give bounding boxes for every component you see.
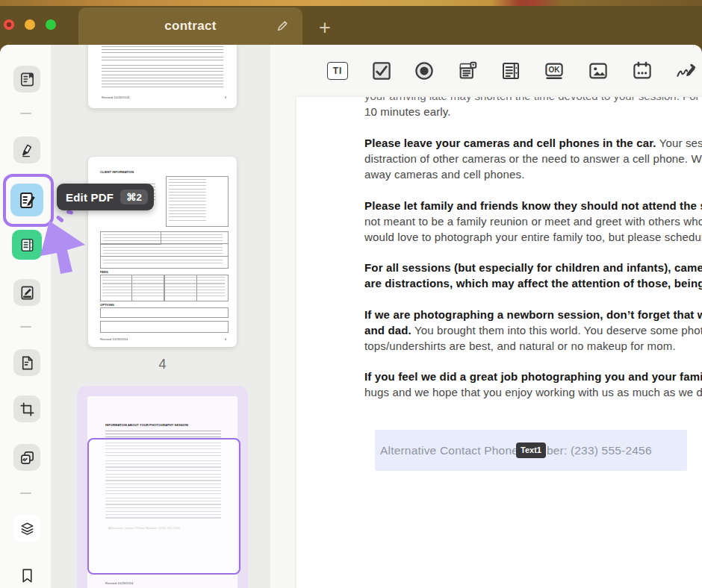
doc-line: Please leave your cameras and cell phone… [364,135,702,151]
fill-sign-icon [19,284,36,301]
sidebar-item-comment[interactable] [13,137,40,163]
tool-date-field[interactable] [631,60,653,82]
document-page: your arriving late may shorten the time … [296,97,702,588]
rename-tab-icon[interactable] [276,19,289,33]
batch-icon [19,449,36,466]
field-name-badge: Text1 [516,442,546,458]
tool-combo-box[interactable] [456,60,479,82]
tool-sidebar [0,45,51,588]
sidebar-item-fill-sign[interactable] [13,279,40,306]
signature-field-icon [674,60,697,82]
text-field-icon: TI [327,62,348,80]
reader-icon [19,71,36,88]
minimize-button[interactable] [25,19,35,30]
image-field-icon [587,60,609,82]
tool-text-field[interactable]: TI [326,60,349,82]
traffic-lights [4,19,56,30]
doc-line: If we are photographing a newborn sessio… [364,307,702,322]
doc-line: hugs and we hope that you enjoy working … [364,384,702,400]
tool-signature-field[interactable] [674,60,697,82]
combo-box-icon [456,60,479,82]
sidebar-divider [20,326,31,328]
doc-line: distraction of other cameras or the need… [364,151,702,166]
titlebar-gradient-strip [0,0,702,6]
document-tab[interactable]: contract [78,7,302,45]
organize-pages-icon [19,237,36,254]
sidebar-item-crop[interactable] [13,395,40,422]
fullscreen-button[interactable] [46,19,56,30]
sidebar-item-layers[interactable] [13,515,40,542]
alt-phone-form-field[interactable]: Alternative Contact Phone Number: (233) … [375,430,687,471]
svg-text:OK: OK [549,66,561,74]
sidebar-item-reader[interactable] [13,66,40,93]
doc-line: For all sessions (but especially for chi… [364,260,702,275]
tooltip-label: Edit PDF [66,191,114,204]
crop-icon [19,401,36,418]
doc-line: 10 minutes early. [364,104,451,119]
tooltip-shortcut: ⌘2 [120,190,148,204]
tool-check-box[interactable] [370,60,393,82]
thumbnail-page-number: 4 [88,357,237,372]
sidebar-divider [20,113,31,114]
doc-line: away cameras and cell phones. [364,166,524,182]
doc-line: tops/undershirts are best, and natural o… [364,338,676,354]
tool-push-button[interactable]: OK [543,60,565,82]
radio-button-icon [413,60,435,82]
sidebar-item-page-extract[interactable] [13,349,40,376]
edit-pdf-tooltip: Edit PDF ⌘2 [57,184,154,210]
thumbnail-page-5-selected[interactable]: INFORMATION ABOUT YOUR PHOTOGRAPHY SESSI… [77,386,248,588]
tool-radio-button[interactable] [413,60,435,82]
sidebar-divider [20,492,31,494]
pointer-arrow [36,216,90,279]
thumbnail-panel: Revised 10/26/2014 3 3 CLIENT INFORMATIO… [51,45,270,588]
doc-line: Please let family and friends know they … [364,198,702,213]
doc-clipped-line: your arriving late may shorten the time … [364,97,702,104]
date-field-icon [631,60,653,82]
tool-image-field[interactable] [587,60,609,82]
doc-line: would love to photograph your entire fam… [364,229,702,245]
tab-title: contract [164,19,216,34]
bookmark-icon [19,567,36,584]
sidebar-item-bookmark[interactable] [13,562,40,588]
thumbnail-viewport-indicator[interactable] [87,438,240,575]
highlighter-icon [19,142,36,159]
sidebar-item-batch[interactable] [13,444,40,471]
app-window: contract + [0,0,702,588]
page-extract-icon [19,354,36,372]
doc-line: are distractions, which may affect the a… [364,275,702,291]
close-button[interactable] [4,19,14,30]
doc-line: If you feel we did a great job photograp… [364,369,702,384]
doc-line: not meant to be a family reunion or meet… [364,213,702,229]
layers-icon [19,520,36,537]
list-box-icon [500,60,522,82]
thumbnail-page-3[interactable]: Revised 10/26/2014 3 [88,45,237,108]
main-area: TI [270,45,702,588]
tool-list-box[interactable] [500,60,522,82]
check-box-icon [370,60,393,82]
titlebar: contract + [0,0,702,45]
new-tab-button[interactable]: + [312,15,338,40]
doc-line: and dad. You brought them into this worl… [364,322,702,338]
push-button-icon: OK [543,60,565,82]
